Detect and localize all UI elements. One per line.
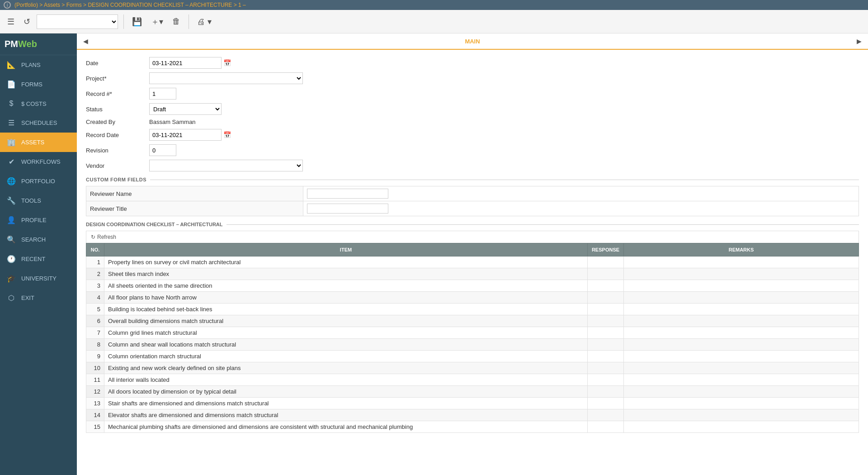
checklist-item-response[interactable] <box>588 351 624 362</box>
custom-field-input[interactable] <box>307 189 388 199</box>
sidebar-item-exit[interactable]: ⬡ Exit <box>0 288 77 308</box>
checklist-item-remarks[interactable] <box>624 409 859 421</box>
refresh-button[interactable]: ↻ Refresh <box>91 234 116 240</box>
refresh-label: Refresh <box>97 234 116 240</box>
custom-field-row: Reviewer Title <box>86 201 859 216</box>
vendor-select[interactable] <box>149 160 303 171</box>
date-calendar-icon[interactable]: 📅 <box>223 59 231 66</box>
created-by-row: Created By Bassam Samman <box>86 119 859 125</box>
print-button[interactable]: 🖨 ▾ <box>194 15 214 28</box>
vendor-row: Vendor <box>86 160 859 171</box>
checklist-item-remarks[interactable] <box>624 386 859 398</box>
checklist-item-remarks[interactable] <box>624 327 859 339</box>
checklist-item-remarks[interactable] <box>624 315 859 327</box>
revision-input[interactable] <box>149 144 176 156</box>
sidebar-item-forms[interactable]: 📄 Forms <box>0 75 77 94</box>
checklist-item-no: 7 <box>86 327 104 339</box>
record-date-calendar-icon[interactable]: 📅 <box>223 131 231 138</box>
checklist-item-response[interactable] <box>588 256 624 268</box>
save-button[interactable]: 💾 <box>129 15 145 28</box>
list-button[interactable]: ☰ <box>5 15 17 28</box>
checklist-item-remarks[interactable] <box>624 268 859 280</box>
checklist-item-remarks[interactable] <box>624 374 859 386</box>
sidebar-label-schedules: Schedules <box>21 119 57 126</box>
sidebar-item-search[interactable]: 🔍 Search <box>0 230 77 249</box>
col-header-remarks: REMARKS <box>624 243 859 256</box>
checklist-item-no: 6 <box>86 315 104 327</box>
project-select[interactable] <box>149 72 303 84</box>
checklist-item-response[interactable] <box>588 398 624 409</box>
record-input[interactable] <box>149 88 176 100</box>
checklist-item-response[interactable] <box>588 339 624 351</box>
form-area: Date 📅 Project* Record #* Status <box>77 50 868 440</box>
checklist-item-response[interactable] <box>588 362 624 374</box>
sidebar-item-tools[interactable]: 🔧 Tools <box>0 191 77 210</box>
sidebar-item-portfolio[interactable]: 🌐 Portfolio <box>0 171 77 191</box>
custom-field-value-cell <box>303 186 859 201</box>
checklist-item-text: Column grid lines match structural <box>104 327 588 339</box>
sidebar-item-assets[interactable]: 🏢 Assets <box>0 133 77 152</box>
sidebar-item-costs[interactable]: $ $ Costs <box>0 94 77 113</box>
custom-fields-table: Reviewer Name Reviewer Title <box>86 186 859 216</box>
sidebar-item-profile[interactable]: 👤 Profile <box>0 210 77 230</box>
add-button[interactable]: ＋▾ <box>148 14 166 29</box>
checklist-item-response[interactable] <box>588 327 624 339</box>
delete-button[interactable]: 🗑 <box>170 15 183 28</box>
checklist-item-remarks[interactable] <box>624 351 859 362</box>
breadcrumb-portfolio[interactable]: (Portfolio) > Assets > Forms > DESIGN CO… <box>14 2 246 8</box>
checklist-item-response[interactable] <box>588 268 624 280</box>
custom-field-input[interactable] <box>307 204 388 214</box>
revision-row: Revision <box>86 144 859 156</box>
checklist-item-response[interactable] <box>588 409 624 421</box>
record-date-label: Record Date <box>86 132 149 138</box>
sidebar-item-university[interactable]: 🎓 University <box>0 269 77 288</box>
checklist-row: 5 Building is located behind set-back li… <box>86 304 859 315</box>
checklist-item-remarks[interactable] <box>624 398 859 409</box>
checklist-item-no: 10 <box>86 362 104 374</box>
checklist-item-no: 8 <box>86 339 104 351</box>
status-select[interactable]: Draft In Review Approved Rejected <box>149 103 222 115</box>
top-bar: i (Portfolio) > Assets > Forms > DESIGN … <box>0 0 868 10</box>
checklist-item-response[interactable] <box>588 280 624 292</box>
checklist-item-remarks[interactable] <box>624 280 859 292</box>
sidebar-label-search: Search <box>21 236 46 243</box>
checklist-item-response[interactable] <box>588 374 624 386</box>
toolbar-separator-1 <box>123 14 124 29</box>
logo: PMWeb <box>5 39 37 49</box>
undo-button[interactable]: ↺ <box>21 15 33 28</box>
checklist-item-response[interactable] <box>588 315 624 327</box>
checklist-item-remarks[interactable] <box>624 339 859 351</box>
checklist-item-remarks[interactable] <box>624 362 859 374</box>
checklist-item-response[interactable] <box>588 386 624 398</box>
checklist-item-response[interactable] <box>588 292 624 304</box>
panel-next-button[interactable]: ▶ <box>855 36 863 47</box>
sidebar-item-plans[interactable]: 📐 Plans <box>0 55 77 75</box>
sidebar-item-workflows[interactable]: ✔ Workflows <box>0 152 77 171</box>
checklist-item-remarks[interactable] <box>624 421 859 433</box>
main-layout: PMWeb 📐 Plans 📄 Forms $ $ Costs ☰ Schedu… <box>0 33 868 475</box>
checklist-item-text: All floor plans to have North arrow <box>104 292 588 304</box>
checklist-item-text: All sheets oriented in the same directio… <box>104 280 588 292</box>
sidebar-label-profile: Profile <box>21 217 47 223</box>
created-by-value: Bassam Samman <box>149 119 196 125</box>
sidebar-label-workflows: Workflows <box>21 158 61 165</box>
checklist-item-remarks[interactable] <box>624 292 859 304</box>
record-select[interactable] <box>37 14 118 29</box>
checklist-row: 11 All interior walls located <box>86 374 859 386</box>
date-input[interactable] <box>149 57 222 69</box>
checklist-item-text: All interior walls located <box>104 374 588 386</box>
checklist-item-remarks[interactable] <box>624 304 859 315</box>
panel-prev-button[interactable]: ◀ <box>81 36 90 47</box>
status-label: Status <box>86 106 149 113</box>
checklist-table: NO. ITEM RESPONSE REMARKS 1 Property lin… <box>86 243 859 433</box>
checklist-row: 1 Property lines on survey or civil matc… <box>86 256 859 268</box>
sidebar-item-schedules[interactable]: ☰ Schedules <box>0 113 77 133</box>
university-icon: 🎓 <box>7 274 16 283</box>
checklist-item-response[interactable] <box>588 421 624 433</box>
checklist-item-text: Mechanical plumbing shafts are dimension… <box>104 421 588 433</box>
sidebar-item-recent[interactable]: 🕐 Recent <box>0 249 77 269</box>
checklist-item-remarks[interactable] <box>624 256 859 268</box>
checklist-item-response[interactable] <box>588 304 624 315</box>
checklist-item-no: 15 <box>86 421 104 433</box>
record-date-input[interactable] <box>149 129 222 141</box>
